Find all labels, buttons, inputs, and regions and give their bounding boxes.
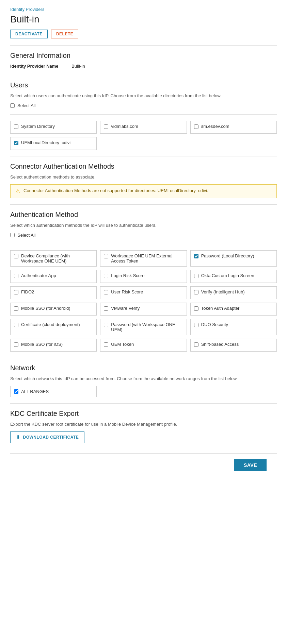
auth-method-label-0: Device Compliance (with Workspace ONE UE… — [21, 253, 93, 264]
auth-methods-grid: Device Compliance (with Workspace ONE UE… — [10, 250, 277, 352]
auth-method-checkbox-17[interactable] — [194, 342, 198, 347]
connector-auth-title: Connector Authentication Methods — [10, 163, 277, 170]
auth-method-checkbox-12[interactable] — [14, 323, 18, 327]
divider-1 — [10, 45, 277, 46]
list-item: Verify (Intelligent Hub) — [190, 286, 277, 299]
auth-method-label-3: Authenticator App — [21, 273, 56, 278]
auth-method-checkbox-2[interactable] — [194, 254, 198, 258]
kdc-section: KDC Certificate Export Export the KDC se… — [10, 410, 277, 443]
breadcrumb[interactable]: Identity Providers — [10, 7, 277, 12]
divider-6 — [10, 403, 277, 404]
auth-select-all-label: Select All — [17, 233, 35, 238]
auth-select-all-checkbox[interactable] — [10, 233, 15, 237]
connector-auth-description: Select authentication methods to associa… — [10, 174, 277, 180]
auth-method-section: Authentication Method Select which authe… — [10, 211, 277, 352]
users-select-all-label: Select All — [17, 103, 35, 108]
auth-method-checkbox-10[interactable] — [104, 306, 108, 311]
directory-label-2: sm.esdev.com — [201, 124, 229, 129]
divider-4 — [10, 204, 277, 205]
list-item: sm.esdev.com — [190, 121, 277, 134]
directory-label-1: vidmlabs.com — [111, 124, 138, 129]
list-item: System Directory — [10, 121, 97, 134]
users-select-all-row: Select All — [10, 103, 277, 108]
auth-method-title: Authentication Method — [10, 211, 277, 219]
auth-method-label-11: Token Auth Adapter — [201, 306, 240, 311]
download-certificate-label: DOWNLOAD CERTIFICATE — [23, 435, 79, 440]
auth-method-checkbox-0[interactable] — [14, 254, 18, 258]
network-ranges-grid: ALL RANGES — [10, 386, 277, 397]
kdc-description: Export the KDC server root certificate f… — [10, 422, 277, 427]
list-item: Password (with Workspace ONE UEM) — [100, 319, 187, 335]
network-section: Network Select which networks this IdP c… — [10, 364, 277, 397]
identity-provider-name-row: Identity Provider Name Built-in — [10, 64, 277, 69]
page-title: Built-in — [10, 14, 277, 25]
save-button[interactable]: SAVE — [234, 459, 267, 471]
list-item: DUO Security — [190, 319, 277, 335]
auth-method-checkbox-9[interactable] — [14, 306, 18, 311]
auth-method-label-12: Certificate (cloud deployment) — [21, 322, 80, 327]
action-buttons: DEACTIVATE DELETE — [10, 30, 277, 38]
auth-select-all-row: Select All — [10, 233, 277, 238]
divider-3 — [10, 156, 277, 156]
general-information-section: General Information Identity Provider Na… — [10, 52, 277, 69]
auth-method-checkbox-7[interactable] — [104, 290, 108, 294]
auth-method-label-5: Okta Custom Login Screen — [201, 273, 254, 278]
list-item: UEM Token — [100, 339, 187, 352]
list-item: UEMLocalDirectory_cdivi — [10, 137, 97, 150]
directory-label-0: System Directory — [21, 124, 55, 129]
list-item: Okta Custom Login Screen — [190, 270, 277, 283]
connector-auth-warning: ⚠ Connector Authentication Methods are n… — [10, 184, 277, 198]
auth-method-checkbox-3[interactable] — [14, 274, 18, 278]
directory-checkbox-1[interactable] — [104, 124, 108, 129]
auth-method-label-15: Mobile SSO (for iOS) — [21, 342, 63, 347]
auth-method-label-13: Password (with Workspace ONE UEM) — [111, 322, 183, 332]
auth-method-label-8: Verify (Intelligent Hub) — [201, 289, 245, 294]
list-item: Certificate (cloud deployment) — [10, 319, 97, 335]
directory-checkbox-2[interactable] — [194, 124, 198, 129]
auth-method-label-6: FIDO2 — [21, 289, 34, 294]
list-item: Shift-based Access — [190, 339, 277, 352]
users-directory-bottom-row: UEMLocalDirectory_cdivi — [10, 137, 277, 150]
auth-method-checkbox-14[interactable] — [194, 323, 198, 327]
divider-5 — [10, 358, 277, 358]
users-select-all-checkbox[interactable] — [10, 103, 15, 108]
auth-method-checkbox-16[interactable] — [104, 342, 108, 347]
auth-method-checkbox-5[interactable] — [194, 274, 198, 278]
auth-method-checkbox-8[interactable] — [194, 290, 198, 294]
auth-method-checkbox-15[interactable] — [14, 342, 18, 347]
divider-2 — [10, 75, 277, 75]
network-description: Select which networks this IdP can be ac… — [10, 376, 277, 381]
directory-checkbox-0[interactable] — [14, 124, 18, 129]
network-range-checkbox-0[interactable] — [14, 389, 18, 394]
auth-method-label-16: UEM Token — [111, 342, 134, 347]
delete-button[interactable]: DELETE — [51, 30, 78, 38]
users-description: Select which users can authenticate usin… — [10, 93, 277, 98]
list-item: ALL RANGES — [10, 386, 97, 397]
identity-provider-name-label: Identity Provider Name — [10, 64, 71, 69]
auth-method-label-17: Shift-based Access — [201, 342, 239, 347]
list-item: Login Risk Score — [100, 270, 187, 283]
auth-method-checkbox-6[interactable] — [14, 290, 18, 294]
directory-checkbox-3[interactable] — [14, 141, 18, 145]
auth-method-label-4: Login Risk Score — [111, 273, 144, 278]
list-item: Token Auth Adapter — [190, 303, 277, 316]
deactivate-button[interactable]: DEACTIVATE — [10, 30, 48, 38]
auth-method-checkbox-13[interactable] — [104, 323, 108, 327]
auth-method-label-1: Workspace ONE UEM External Access Token — [111, 253, 183, 264]
auth-method-checkbox-4[interactable] — [104, 274, 108, 278]
auth-method-label-9: Mobile SSO (for Android) — [21, 306, 70, 311]
auth-method-checkbox-11[interactable] — [194, 306, 198, 311]
auth-method-label-7: User Risk Score — [111, 289, 143, 294]
users-title: Users — [10, 81, 277, 89]
download-certificate-button[interactable]: ⬇ DOWNLOAD CERTIFICATE — [10, 431, 84, 443]
list-item: Mobile SSO (for iOS) — [10, 339, 97, 352]
list-item: FIDO2 — [10, 286, 97, 299]
list-item: Password (Local Directory) — [190, 250, 277, 267]
auth-method-description: Select which authentication methods the … — [10, 223, 277, 228]
list-item: Workspace ONE UEM External Access Token — [100, 250, 187, 267]
download-icon: ⬇ — [16, 435, 20, 440]
list-item: vidmlabs.com — [100, 121, 187, 134]
warning-icon: ⚠ — [15, 188, 20, 194]
auth-method-checkbox-1[interactable] — [104, 254, 108, 258]
users-directory-grid: System Directory vidmlabs.com sm.esdev.c… — [10, 121, 277, 134]
